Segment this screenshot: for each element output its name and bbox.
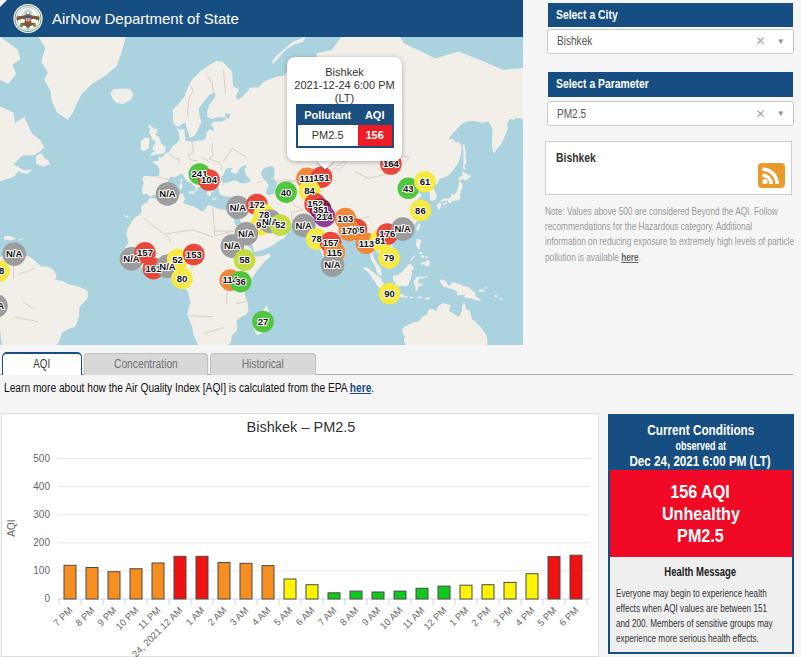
svg-text:4 PM: 4 PM xyxy=(513,605,537,629)
svg-text:214: 214 xyxy=(317,211,334,222)
svg-text:61: 61 xyxy=(420,176,431,187)
svg-text:500: 500 xyxy=(33,453,50,464)
svg-text:5 AM: 5 AM xyxy=(271,605,294,628)
svg-text:86: 86 xyxy=(415,205,426,216)
svg-text:400: 400 xyxy=(33,481,50,492)
svg-text:1 PM: 1 PM xyxy=(447,605,471,629)
svg-text:79: 79 xyxy=(384,252,395,263)
svg-text:200: 200 xyxy=(33,537,50,548)
svg-text:2 AM: 2 AM xyxy=(205,605,228,628)
svg-text:N/A: N/A xyxy=(159,188,176,199)
svg-text:176: 176 xyxy=(379,228,395,239)
svg-text:84: 84 xyxy=(304,185,315,196)
svg-text:100: 100 xyxy=(33,565,50,576)
svg-text:153: 153 xyxy=(186,249,202,260)
svg-text:8 PM: 8 PM xyxy=(73,605,97,629)
svg-text:7 AM: 7 AM xyxy=(315,605,338,628)
svg-text:N/A: N/A xyxy=(6,248,23,259)
svg-text:N/A: N/A xyxy=(230,202,247,213)
svg-text:103: 103 xyxy=(337,213,353,224)
svg-text:90: 90 xyxy=(384,288,395,299)
svg-text:52: 52 xyxy=(275,219,286,230)
svg-text:58: 58 xyxy=(239,254,250,265)
svg-text:3 PM: 3 PM xyxy=(491,605,515,629)
svg-text:115: 115 xyxy=(327,247,343,258)
svg-text:5 PM: 5 PM xyxy=(535,605,559,629)
svg-text:1 AM: 1 AM xyxy=(183,605,206,628)
svg-text:11 AM: 11 AM xyxy=(400,605,426,631)
svg-text:12 PM: 12 PM xyxy=(421,605,448,632)
svg-text:6 AM: 6 AM xyxy=(293,605,316,628)
svg-text:8 AM: 8 AM xyxy=(337,605,360,628)
svg-text:113: 113 xyxy=(359,238,374,249)
svg-text:N/A: N/A xyxy=(224,240,241,251)
svg-text:N/A: N/A xyxy=(324,259,341,270)
svg-text:0: 0 xyxy=(44,593,50,604)
svg-text:300: 300 xyxy=(33,509,50,520)
svg-text:68: 68 xyxy=(0,265,4,276)
svg-text:N/A: N/A xyxy=(238,228,255,239)
svg-text:80: 80 xyxy=(177,273,188,284)
svg-text:7 PM: 7 PM xyxy=(51,605,75,629)
svg-text:Bishkek – PM2.5: Bishkek – PM2.5 xyxy=(247,419,356,435)
svg-text:4 AM: 4 AM xyxy=(249,605,272,628)
svg-text:36: 36 xyxy=(235,276,246,287)
svg-text:151: 151 xyxy=(314,172,331,183)
svg-text:N/A: N/A xyxy=(0,300,4,311)
svg-text:10 PM: 10 PM xyxy=(113,605,140,632)
svg-text:157: 157 xyxy=(137,247,153,258)
svg-text:52: 52 xyxy=(172,254,183,265)
svg-text:43: 43 xyxy=(403,183,414,194)
svg-text:N/A: N/A xyxy=(395,223,412,234)
svg-text:10 AM: 10 AM xyxy=(378,605,405,632)
svg-text:78: 78 xyxy=(311,233,322,244)
svg-text:104: 104 xyxy=(201,174,218,185)
svg-text:2 PM: 2 PM xyxy=(469,605,493,629)
svg-text:170: 170 xyxy=(341,225,357,236)
svg-text:N/A: N/A xyxy=(296,220,313,231)
svg-text:AQI: AQI xyxy=(6,519,17,536)
svg-text:3 AM: 3 AM xyxy=(227,605,250,628)
svg-text:27: 27 xyxy=(258,316,269,327)
svg-text:40: 40 xyxy=(281,187,292,198)
svg-text:6 PM: 6 PM xyxy=(557,605,581,629)
